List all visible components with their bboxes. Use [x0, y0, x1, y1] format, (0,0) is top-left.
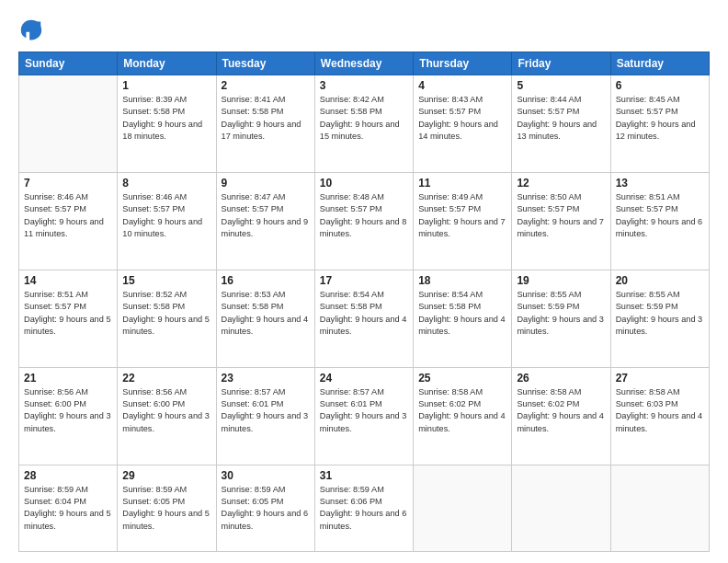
calendar-cell: [19, 75, 118, 173]
week-row-5: 28Sunrise: 8:59 AMSunset: 6:04 PMDayligh…: [19, 465, 710, 551]
day-info: Sunrise: 8:53 AMSunset: 5:58 PMDaylight:…: [222, 289, 310, 338]
calendar-cell: 6Sunrise: 8:45 AMSunset: 5:57 PMDaylight…: [610, 75, 709, 173]
calendar-cell: 26Sunrise: 8:58 AMSunset: 6:02 PMDayligh…: [512, 367, 610, 465]
calendar-cell: 19Sunrise: 8:55 AMSunset: 5:59 PMDayligh…: [512, 270, 610, 367]
day-info: Sunrise: 8:52 AMSunset: 5:58 PMDaylight:…: [122, 289, 210, 338]
calendar-cell: 24Sunrise: 8:57 AMSunset: 6:01 PMDayligh…: [314, 367, 413, 465]
day-number: 2: [222, 79, 310, 92]
day-number: 27: [616, 372, 704, 385]
weekday-row: SundayMondayTuesdayWednesdayThursdayFrid…: [19, 52, 710, 75]
logo-icon: [18, 17, 44, 42]
calendar-cell: 3Sunrise: 8:42 AMSunset: 5:58 PMDaylight…: [314, 75, 413, 173]
calendar-cell: 14Sunrise: 8:51 AMSunset: 5:57 PMDayligh…: [19, 270, 118, 367]
day-info: Sunrise: 8:55 AMSunset: 5:59 PMDaylight:…: [517, 289, 605, 338]
calendar-cell: 9Sunrise: 8:47 AMSunset: 5:57 PMDaylight…: [216, 172, 314, 270]
day-info: Sunrise: 8:46 AMSunset: 5:57 PMDaylight:…: [24, 191, 112, 240]
calendar-cell: 29Sunrise: 8:59 AMSunset: 6:05 PMDayligh…: [118, 465, 216, 551]
calendar-cell: 28Sunrise: 8:59 AMSunset: 6:04 PMDayligh…: [19, 465, 118, 551]
weekday-header-friday: Friday: [512, 52, 610, 75]
weekday-header-thursday: Thursday: [414, 52, 512, 75]
day-info: Sunrise: 8:51 AMSunset: 5:57 PMDaylight:…: [616, 191, 704, 240]
day-number: 10: [320, 177, 408, 190]
day-number: 6: [616, 79, 704, 92]
calendar-cell: 12Sunrise: 8:50 AMSunset: 5:57 PMDayligh…: [512, 172, 610, 270]
header: [18, 17, 710, 42]
calendar-cell: 23Sunrise: 8:57 AMSunset: 6:01 PMDayligh…: [216, 367, 314, 465]
day-info: Sunrise: 8:57 AMSunset: 6:01 PMDaylight:…: [320, 386, 408, 435]
week-row-2: 7Sunrise: 8:46 AMSunset: 5:57 PMDaylight…: [19, 172, 710, 270]
calendar-cell: 15Sunrise: 8:52 AMSunset: 5:58 PMDayligh…: [118, 270, 216, 367]
day-info: Sunrise: 8:55 AMSunset: 5:59 PMDaylight:…: [616, 289, 704, 338]
day-info: Sunrise: 8:48 AMSunset: 5:57 PMDaylight:…: [320, 191, 408, 240]
day-number: 20: [616, 274, 704, 287]
day-number: 14: [24, 274, 112, 287]
weekday-header-tuesday: Tuesday: [216, 52, 314, 75]
day-number: 22: [122, 372, 210, 385]
day-number: 31: [320, 469, 408, 482]
day-info: Sunrise: 8:42 AMSunset: 5:58 PMDaylight:…: [320, 94, 408, 143]
calendar-cell: 4Sunrise: 8:43 AMSunset: 5:57 PMDaylight…: [414, 75, 512, 173]
day-number: 9: [222, 177, 310, 190]
day-number: 18: [418, 274, 506, 287]
page: SundayMondayTuesdayWednesdayThursdayFrid…: [0, 0, 728, 563]
calendar-cell: 10Sunrise: 8:48 AMSunset: 5:57 PMDayligh…: [314, 172, 413, 270]
day-number: 8: [122, 177, 210, 190]
day-number: 23: [222, 372, 310, 385]
day-number: 29: [122, 469, 210, 482]
calendar-cell: 2Sunrise: 8:41 AMSunset: 5:58 PMDaylight…: [216, 75, 314, 173]
week-row-1: 1Sunrise: 8:39 AMSunset: 5:58 PMDaylight…: [19, 75, 710, 173]
day-number: 30: [222, 469, 310, 482]
day-info: Sunrise: 8:51 AMSunset: 5:57 PMDaylight:…: [24, 289, 112, 338]
calendar: SundayMondayTuesdayWednesdayThursdayFrid…: [18, 52, 710, 552]
calendar-cell: 11Sunrise: 8:49 AMSunset: 5:57 PMDayligh…: [414, 172, 512, 270]
calendar-cell: 13Sunrise: 8:51 AMSunset: 5:57 PMDayligh…: [610, 172, 709, 270]
calendar-cell: [414, 465, 512, 551]
day-info: Sunrise: 8:56 AMSunset: 6:00 PMDaylight:…: [122, 386, 210, 435]
day-number: 16: [222, 274, 310, 287]
weekday-header-sunday: Sunday: [19, 52, 118, 75]
calendar-body: 1Sunrise: 8:39 AMSunset: 5:58 PMDaylight…: [19, 75, 710, 552]
day-number: 26: [517, 372, 605, 385]
day-info: Sunrise: 8:43 AMSunset: 5:57 PMDaylight:…: [418, 94, 506, 143]
day-number: 25: [418, 372, 506, 385]
day-info: Sunrise: 8:59 AMSunset: 6:04 PMDaylight:…: [24, 484, 112, 533]
calendar-cell: 17Sunrise: 8:54 AMSunset: 5:58 PMDayligh…: [314, 270, 413, 367]
calendar-cell: 16Sunrise: 8:53 AMSunset: 5:58 PMDayligh…: [216, 270, 314, 367]
day-info: Sunrise: 8:47 AMSunset: 5:57 PMDaylight:…: [222, 191, 310, 240]
calendar-cell: 22Sunrise: 8:56 AMSunset: 6:00 PMDayligh…: [118, 367, 216, 465]
day-info: Sunrise: 8:59 AMSunset: 6:05 PMDaylight:…: [122, 484, 210, 533]
day-number: 19: [517, 274, 605, 287]
day-number: 5: [517, 79, 605, 92]
day-info: Sunrise: 8:49 AMSunset: 5:57 PMDaylight:…: [418, 191, 506, 240]
calendar-cell: [610, 465, 709, 551]
day-number: 17: [320, 274, 408, 287]
calendar-cell: 20Sunrise: 8:55 AMSunset: 5:59 PMDayligh…: [610, 270, 709, 367]
day-info: Sunrise: 8:54 AMSunset: 5:58 PMDaylight:…: [320, 289, 408, 338]
week-row-3: 14Sunrise: 8:51 AMSunset: 5:57 PMDayligh…: [19, 270, 710, 367]
day-number: 24: [320, 372, 408, 385]
day-number: 1: [122, 79, 210, 92]
calendar-cell: 21Sunrise: 8:56 AMSunset: 6:00 PMDayligh…: [19, 367, 118, 465]
day-number: 7: [24, 177, 112, 190]
calendar-header: SundayMondayTuesdayWednesdayThursdayFrid…: [19, 52, 710, 75]
day-number: 28: [24, 469, 112, 482]
day-info: Sunrise: 8:58 AMSunset: 6:02 PMDaylight:…: [517, 386, 605, 435]
day-info: Sunrise: 8:58 AMSunset: 6:02 PMDaylight:…: [418, 386, 506, 435]
day-info: Sunrise: 8:50 AMSunset: 5:57 PMDaylight:…: [517, 191, 605, 240]
day-info: Sunrise: 8:46 AMSunset: 5:57 PMDaylight:…: [122, 191, 210, 240]
day-number: 4: [418, 79, 506, 92]
calendar-cell: [512, 465, 610, 551]
day-info: Sunrise: 8:45 AMSunset: 5:57 PMDaylight:…: [616, 94, 704, 143]
day-info: Sunrise: 8:59 AMSunset: 6:06 PMDaylight:…: [320, 484, 408, 533]
weekday-header-wednesday: Wednesday: [314, 52, 413, 75]
calendar-cell: 7Sunrise: 8:46 AMSunset: 5:57 PMDaylight…: [19, 172, 118, 270]
calendar-cell: 18Sunrise: 8:54 AMSunset: 5:58 PMDayligh…: [414, 270, 512, 367]
day-info: Sunrise: 8:39 AMSunset: 5:58 PMDaylight:…: [122, 94, 210, 143]
day-info: Sunrise: 8:59 AMSunset: 6:05 PMDaylight:…: [222, 484, 310, 533]
calendar-cell: 27Sunrise: 8:58 AMSunset: 6:03 PMDayligh…: [610, 367, 709, 465]
calendar-cell: 30Sunrise: 8:59 AMSunset: 6:05 PMDayligh…: [216, 465, 314, 551]
weekday-header-monday: Monday: [118, 52, 216, 75]
week-row-4: 21Sunrise: 8:56 AMSunset: 6:00 PMDayligh…: [19, 367, 710, 465]
day-number: 3: [320, 79, 408, 92]
day-info: Sunrise: 8:54 AMSunset: 5:58 PMDaylight:…: [418, 289, 506, 338]
